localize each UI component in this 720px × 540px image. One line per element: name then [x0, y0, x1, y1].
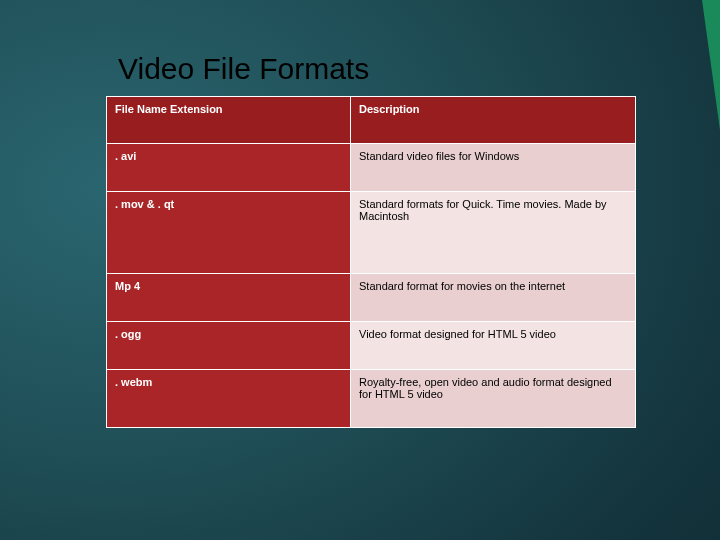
formats-table: File Name Extension Description . avi St… — [106, 96, 636, 428]
table-row: . webm Royalty-free, open video and audi… — [107, 370, 636, 428]
table-header-row: File Name Extension Description — [107, 97, 636, 144]
cell-extension: . webm — [107, 370, 351, 428]
table-row: . ogg Video format designed for HTML 5 v… — [107, 322, 636, 370]
cell-extension: . mov & . qt — [107, 192, 351, 274]
header-description: Description — [351, 97, 636, 144]
cell-description: Standard video files for Windows — [351, 144, 636, 192]
cell-extension: . avi — [107, 144, 351, 192]
table-row: . avi Standard video files for Windows — [107, 144, 636, 192]
cell-description: Video format designed for HTML 5 video — [351, 322, 636, 370]
corner-accent — [702, 0, 720, 130]
slide-title: Video File Formats — [118, 52, 369, 86]
cell-description: Standard formats for Quick. Time movies.… — [351, 192, 636, 274]
cell-description: Standard format for movies on the intern… — [351, 274, 636, 322]
cell-extension: . ogg — [107, 322, 351, 370]
cell-description: Royalty-free, open video and audio forma… — [351, 370, 636, 428]
header-extension: File Name Extension — [107, 97, 351, 144]
table-row: Mp 4 Standard format for movies on the i… — [107, 274, 636, 322]
cell-extension: Mp 4 — [107, 274, 351, 322]
table-row: . mov & . qt Standard formats for Quick.… — [107, 192, 636, 274]
